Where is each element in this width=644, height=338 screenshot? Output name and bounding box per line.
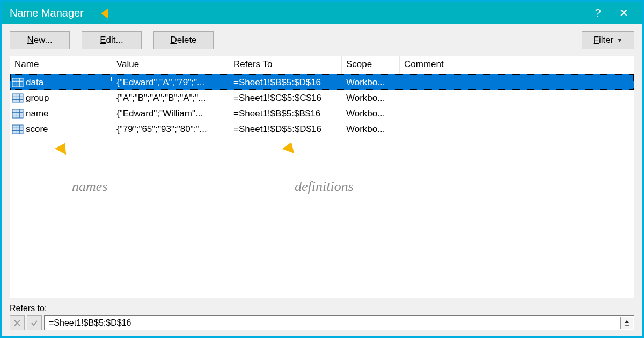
row-value: {"A";"B";"A";"B";"A";"... <box>112 92 229 104</box>
row-scope: Workbo... <box>342 123 400 135</box>
collapse-dialog-button[interactable] <box>620 317 633 329</box>
col-scope[interactable]: Scope <box>342 56 400 74</box>
check-icon <box>30 319 39 327</box>
close-button[interactable]: ✕ <box>611 2 636 24</box>
svg-rect-5 <box>12 94 23 102</box>
filter-button[interactable]: Filter ▼ <box>582 31 634 49</box>
edit-button[interactable]: Edit... <box>82 31 142 49</box>
row-scope: Workbo... <box>342 76 400 88</box>
annotation-definitions: definitions <box>295 179 354 195</box>
cancel-edit-button[interactable] <box>10 315 25 330</box>
range-icon <box>12 93 24 103</box>
help-button[interactable]: ? <box>585 2 611 24</box>
range-icon <box>12 124 24 134</box>
row-refers-to: =Sheet1!$B$5:$B$16 <box>229 107 342 119</box>
row-comment <box>400 128 507 129</box>
row-value: {"Edward";"William"... <box>112 107 229 119</box>
row-comment <box>400 113 507 114</box>
col-value[interactable]: Value <box>112 56 229 74</box>
client-area: New... Edit... Delete Filter ▼ Name Valu… <box>2 24 642 336</box>
column-headers[interactable]: Name Value Refers To Scope Comment <box>10 56 634 74</box>
collapse-icon <box>623 319 631 327</box>
help-icon: ? <box>595 7 601 19</box>
annotation-names: names <box>72 179 107 195</box>
toolbar: New... Edit... Delete Filter ▼ <box>10 31 634 49</box>
row-name: data <box>26 77 43 88</box>
row-name: name <box>26 108 49 119</box>
x-icon <box>13 319 21 327</box>
row-comment <box>400 97 507 98</box>
chevron-down-icon: ▼ <box>617 37 623 43</box>
table-row[interactable]: name{"Edward";"William"...=Sheet1!$B$5:$… <box>10 105 634 121</box>
delete-button[interactable]: Delete <box>153 31 214 49</box>
row-value: {"Edward","A","79";"... <box>112 76 229 88</box>
row-scope: Workbo... <box>342 92 400 104</box>
svg-rect-20 <box>625 325 629 326</box>
refers-to-input[interactable] <box>44 315 634 330</box>
svg-rect-0 <box>12 78 23 87</box>
names-list[interactable]: Name Value Refers To Scope Comment data{… <box>10 56 634 298</box>
row-refers-to: =Sheet1!$D$5:$D$16 <box>229 123 342 135</box>
titlebar: Name Manager ? ✕ <box>2 2 642 24</box>
refers-to-section: Refers to: <box>10 304 634 330</box>
close-icon: ✕ <box>619 6 628 19</box>
col-refers-to[interactable]: Refers To <box>229 56 342 74</box>
row-name: group <box>26 93 49 104</box>
svg-rect-15 <box>12 125 23 134</box>
row-comment <box>400 82 507 83</box>
range-icon <box>12 78 24 87</box>
row-scope: Workbo... <box>342 107 400 119</box>
new-button[interactable]: New... <box>10 31 70 49</box>
table-row[interactable]: group{"A";"B";"A";"B";"A";"...=Sheet1!$C… <box>10 90 634 105</box>
window-title: Name Manager <box>10 7 84 19</box>
range-icon <box>12 109 24 119</box>
row-refers-to: =Sheet1!$B$5:$D$16 <box>229 76 342 88</box>
row-refers-to: =Sheet1!$C$5:$C$16 <box>229 92 342 104</box>
col-comment[interactable]: Comment <box>400 56 507 74</box>
row-value: {"79";"65";"93";"80";"... <box>112 123 229 135</box>
svg-rect-10 <box>12 109 23 118</box>
refers-to-label: Refers to: <box>10 304 634 313</box>
name-manager-dialog: Name Manager ? ✕ New... Edit... Delete F… <box>2 2 642 336</box>
row-name: score <box>26 124 48 135</box>
confirm-edit-button[interactable] <box>27 315 42 330</box>
col-name[interactable]: Name <box>10 56 112 74</box>
table-row[interactable]: score{"79";"65";"93";"80";"...=Sheet1!$D… <box>10 121 634 136</box>
table-row[interactable]: data{"Edward","A","79";"...=Sheet1!$B$5:… <box>10 74 634 90</box>
